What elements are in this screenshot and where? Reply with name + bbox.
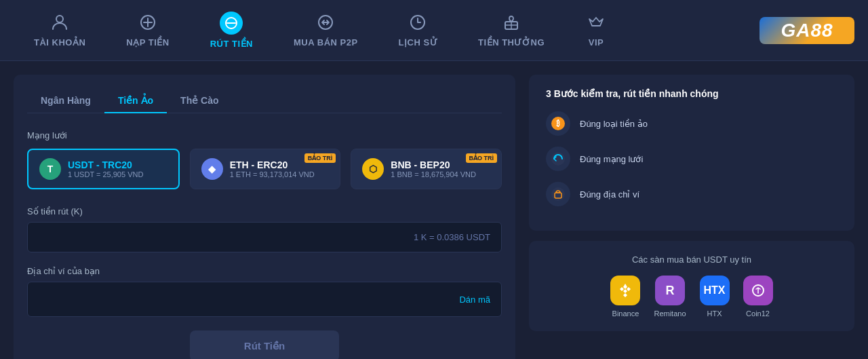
step-text-1: Đúng loại tiền ảo bbox=[580, 119, 648, 129]
account-icon bbox=[49, 12, 71, 33]
exchange-list: Binance R Remitano HTX HTX bbox=[546, 276, 837, 318]
nav-label-mua-ban-p2p: MUA BÁN P2P bbox=[294, 37, 358, 48]
eth-maintenance-badge: BẢO TRÌ bbox=[304, 153, 336, 163]
amount-field-group: Số tiền rút (K) 1 K = 0.0386 USDT bbox=[27, 206, 502, 252]
history-icon bbox=[407, 12, 429, 33]
tab-ngan-hang[interactable]: Ngân Hàng bbox=[27, 88, 104, 113]
submit-area: Rút Tiền bbox=[27, 330, 502, 359]
step-text-3: Đúng địa chỉ ví bbox=[580, 189, 639, 200]
step-item-2: Đúng mạng lưới bbox=[546, 147, 837, 171]
amount-placeholder: 1 K = 0.0386 USDT bbox=[414, 232, 490, 242]
step-icon-3 bbox=[546, 182, 570, 206]
svg-text:₿: ₿ bbox=[556, 119, 560, 128]
exchange-htx[interactable]: HTX HTX bbox=[700, 276, 730, 318]
htx-logo: HTX bbox=[700, 276, 730, 305]
reward-icon bbox=[500, 12, 522, 33]
exchange-binance[interactable]: Binance bbox=[610, 276, 640, 318]
tabs-bar: Ngân Hàng Tiền Ảo Thẻ Cào bbox=[27, 88, 502, 113]
exchange-coin12[interactable]: Coin12 bbox=[743, 276, 773, 318]
paste-button[interactable]: Dán mã bbox=[459, 295, 490, 305]
nav-label-rut-tien: RÚT TIỀN bbox=[210, 39, 253, 49]
eth-name: ETH - ERC20 bbox=[230, 159, 315, 170]
right-panel: 3 Bước kiểm tra, rút tiền nhanh chóng ₿ … bbox=[529, 75, 854, 359]
binance-name: Binance bbox=[612, 309, 639, 318]
nav-label-tien-thuong: TIỀN THƯỞNG bbox=[478, 37, 545, 48]
bnb-rate: 1 BNB = 18,675,904 VND bbox=[391, 170, 476, 178]
nav-item-mua-ban-p2p[interactable]: MUA BÁN P2P bbox=[273, 5, 378, 56]
step-icon-1: ₿ bbox=[546, 111, 570, 136]
exchanges-title: Các sàn mua bán USDT uy tín bbox=[546, 254, 837, 265]
coin12-logo bbox=[743, 276, 773, 305]
svg-point-0 bbox=[56, 16, 63, 22]
eth-card-info: ETH - ERC20 1 ETH = 93,173,014 VND bbox=[230, 159, 315, 178]
amount-label: Số tiền rút (K) bbox=[27, 206, 502, 216]
binance-logo bbox=[610, 276, 640, 305]
step-text-2: Đúng mạng lưới bbox=[580, 154, 643, 164]
remitano-name: Remitano bbox=[654, 309, 686, 318]
logo-text-88: 88 bbox=[810, 20, 833, 41]
step-item-3: Đúng địa chỉ ví bbox=[546, 182, 837, 206]
rut-tien-icon bbox=[220, 12, 243, 35]
left-panel: Ngân Hàng Tiền Ảo Thẻ Cào Mạng lưới T US… bbox=[14, 75, 515, 359]
address-label: Địa chỉ ví của bạn bbox=[27, 266, 502, 276]
nav-item-rut-tien[interactable]: RÚT TIỀN bbox=[190, 5, 273, 56]
bnb-card-info: BNB - BEP20 1 BNB = 18,675,904 VND bbox=[391, 159, 476, 178]
p2p-icon bbox=[315, 12, 336, 33]
address-field-group: Địa chỉ ví của bạn Dán mã bbox=[27, 266, 502, 317]
exchange-remitano[interactable]: R Remitano bbox=[654, 276, 686, 318]
amount-input-display[interactable]: 1 K = 0.0386 USDT bbox=[27, 222, 502, 252]
tab-the-cao[interactable]: Thẻ Cào bbox=[167, 88, 232, 113]
usdt-rate: 1 USDT = 25,905 VND bbox=[68, 170, 143, 178]
remitano-logo: R bbox=[655, 276, 685, 305]
svg-marker-18 bbox=[623, 293, 627, 297]
nav-item-lich-su[interactable]: LỊCH SỬ bbox=[378, 5, 458, 56]
nav-item-tien-thuong[interactable]: TIỀN THƯỞNG bbox=[458, 5, 565, 56]
exchanges-card: Các sàn mua bán USDT uy tín Binance bbox=[529, 241, 854, 331]
vip-icon bbox=[585, 12, 607, 33]
nav-label-lich-su: LỊCH SỬ bbox=[399, 37, 438, 48]
steps-title: 3 Bước kiểm tra, rút tiền nhanh chóng bbox=[546, 88, 837, 99]
coin12-name: Coin12 bbox=[746, 309, 770, 318]
eth-rate: 1 ETH = 93,173,014 VND bbox=[230, 170, 315, 178]
htx-name: HTX bbox=[707, 309, 722, 318]
nav-label-tai-khoan: TÀI KHOẢN bbox=[34, 37, 85, 48]
nav-label-vip: VIP bbox=[589, 37, 604, 48]
svg-marker-16 bbox=[627, 287, 631, 291]
network-cards: T USDT - TRC20 1 USDT = 25,905 VND BẢO T… bbox=[27, 149, 502, 189]
submit-button[interactable]: Rút Tiền bbox=[190, 330, 339, 359]
bnb-icon: ⬡ bbox=[362, 158, 384, 180]
logo-text-ga: GA bbox=[781, 20, 810, 41]
bnb-maintenance-badge: BẢO TRÌ bbox=[466, 153, 498, 163]
usdt-icon: T bbox=[39, 158, 61, 180]
nav-item-tai-khoan[interactable]: TÀI KHOẢN bbox=[14, 5, 106, 56]
main-content: Ngân Hàng Tiền Ảo Thẻ Cào Mạng lưới T US… bbox=[0, 61, 868, 359]
network-card-usdt[interactable]: T USDT - TRC20 1 USDT = 25,905 VND bbox=[27, 149, 180, 189]
network-card-eth[interactable]: BẢO TRÌ ◆ ETH - ERC20 1 ETH = 93,173,014… bbox=[190, 149, 341, 189]
steps-card: 3 Bước kiểm tra, rút tiền nhanh chóng ₿ … bbox=[529, 75, 854, 231]
network-card-bnb[interactable]: BẢO TRÌ ⬡ BNB - BEP20 1 BNB = 18,675,904… bbox=[351, 149, 502, 189]
svg-marker-14 bbox=[623, 284, 627, 289]
svg-point-12 bbox=[551, 187, 565, 201]
nav-item-nap-tien[interactable]: NẠP TIỀN bbox=[106, 5, 189, 56]
top-nav: TÀI KHOẢN NẠP TIỀN RÚT TIỀN bbox=[0, 0, 868, 61]
nav-items: TÀI KHOẢN NẠP TIỀN RÚT TIỀN bbox=[14, 5, 760, 56]
bnb-name: BNB - BEP20 bbox=[391, 159, 476, 170]
address-input-wrap[interactable]: Dán mã bbox=[27, 282, 502, 317]
nap-tien-icon bbox=[137, 12, 159, 33]
usdt-card-info: USDT - TRC20 1 USDT = 25,905 VND bbox=[68, 159, 143, 178]
network-label: Mạng lưới bbox=[27, 130, 502, 140]
usdt-name: USDT - TRC20 bbox=[68, 159, 143, 170]
svg-marker-17 bbox=[623, 289, 627, 293]
step-icon-2 bbox=[546, 147, 570, 171]
site-logo: GA 88 bbox=[760, 17, 854, 44]
step-item-1: ₿ Đúng loại tiền ảo bbox=[546, 111, 837, 136]
eth-icon: ◆ bbox=[201, 158, 223, 180]
tab-tien-ao[interactable]: Tiền Ảo bbox=[104, 88, 167, 113]
nav-label-nap-tien: NẠP TIỀN bbox=[126, 37, 169, 48]
svg-marker-15 bbox=[620, 287, 624, 291]
nav-item-vip[interactable]: VIP bbox=[565, 5, 627, 56]
